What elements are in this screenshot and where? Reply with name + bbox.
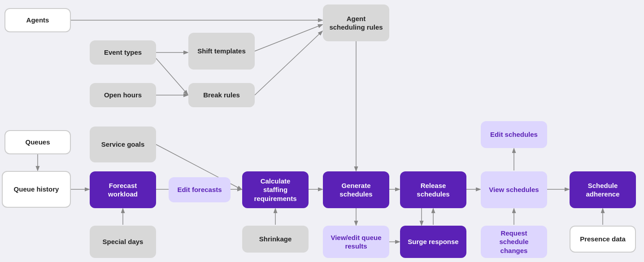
- view-edit-queue-node: View/edit queue results: [323, 226, 389, 258]
- break-rules-node: Break rules: [188, 83, 255, 107]
- forecast-workload-node: Forecast workload: [90, 171, 156, 208]
- agent-scheduling-rules-node: Agent scheduling rules: [323, 4, 389, 41]
- edit-forecasts-node: Edit forecasts: [169, 177, 231, 202]
- queues-node: Queues: [4, 130, 71, 154]
- release-schedules-node: Release schedules: [400, 171, 466, 208]
- presence-data-node: Presence data: [570, 226, 636, 253]
- shrinkage-node: Shrinkage: [242, 226, 309, 253]
- agents-node: Agents: [4, 8, 71, 32]
- svg-line-7: [255, 31, 322, 95]
- schedule-adherence-node: Schedule adherence: [570, 171, 636, 208]
- svg-line-4: [156, 58, 187, 94]
- svg-line-6: [255, 25, 322, 51]
- open-hours-node: Open hours: [90, 83, 156, 107]
- surge-response-node: Surge response: [400, 226, 466, 258]
- service-goals-node: Service goals: [90, 127, 156, 162]
- queue-history-node: Queue history: [2, 171, 71, 208]
- edit-schedules-node: Edit schedules: [481, 121, 547, 148]
- shift-templates-node: Shift templates: [188, 33, 255, 70]
- calculate-staffing-node: Calculate staffing requirements: [242, 171, 309, 208]
- special-days-node: Special days: [90, 226, 156, 258]
- request-schedule-changes-node: Request schedule changes: [481, 226, 547, 258]
- view-schedules-node: View schedules: [481, 171, 547, 208]
- diagram: Agents Queues Queue history Event types …: [0, 0, 644, 262]
- generate-schedules-node: Generate schedules: [323, 171, 389, 208]
- event-types-node: Event types: [90, 40, 156, 65]
